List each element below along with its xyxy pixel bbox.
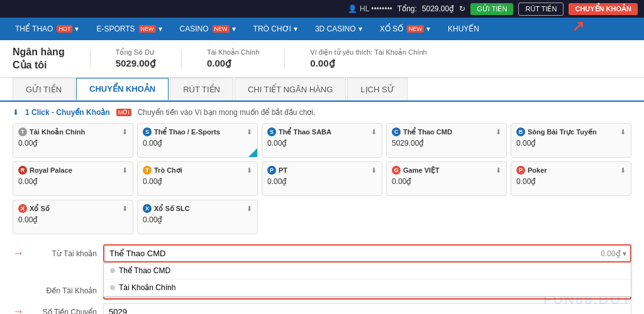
tai-khoan-chinh-value: 0.00₫ — [207, 58, 259, 69]
wallet-xo-so-amount: 0.00₫ — [18, 215, 128, 224]
dropdown-item-tai-khoan[interactable]: Tài Khoản Chính — [104, 279, 631, 296]
wallet-tai-khoan-chinh[interactable]: T Tài Khoản Chính ⬇ 0.00₫ — [13, 123, 133, 158]
wallet-royal-palace[interactable]: R Royal Palace ⬇ 0.00₫ — [13, 161, 133, 196]
nav-item-the-thao[interactable]: THỂ THAO HOT ▾ — [6, 19, 87, 38]
chevron-down-icon-2: ▾ — [158, 24, 162, 33]
wallet-xo-so-title: X Xổ Số — [18, 204, 50, 213]
tabs-container: GỬI TIỀN CHUYỂN KHOẢN RÚT TIỀN CHI TIẾT … — [0, 78, 644, 102]
download-icon-9[interactable]: ⬇ — [496, 166, 501, 175]
tu-tai-khoan-wrapper: 0.00₫ ▾ Thể Thao CMD Tài Khoản Chính — [103, 244, 631, 263]
wallet-royal-palace-title: R Royal Palace — [18, 166, 72, 175]
rut-tien-button[interactable]: RÚT TIỀN — [518, 3, 564, 16]
tu-tai-khoan-suffix: 0.00₫ ▾ — [601, 249, 626, 258]
tu-tai-khoan-row: → Từ Tài khoản 0.00₫ ▾ Thể Thao CMD — [13, 244, 631, 263]
wallet-icon-xo-so-slc: X — [143, 204, 152, 213]
wallet-the-thao-esports-title: S Thể Thao / E-Sports — [143, 127, 220, 136]
wallet-icon-pt: P — [267, 166, 276, 175]
download-icon-12[interactable]: ⬇ — [247, 205, 252, 213]
nav-label-3d-casino: 3D CASINO — [315, 24, 356, 33]
wallet-poker-title: P Poker — [516, 166, 547, 175]
nav-label-xo-so: XỔ SỐ — [380, 24, 403, 33]
wallet-xo-so[interactable]: X Xổ Số ⬇ 0.00₫ — [13, 200, 133, 234]
wallet-icon-tro-choi: T — [143, 166, 152, 175]
nav-label-khuyen: KHUYẾN — [448, 24, 479, 33]
tab-lich-su[interactable]: LỊCH SỬ — [347, 78, 407, 100]
tai-khoan-chinh-label: Tài Khoản Chính — [207, 48, 259, 57]
tong-so-du-label: Tổng Số Dư — [116, 48, 156, 57]
wallet-xo-so-slc[interactable]: X Xổ Số SLC ⬇ 0.00₫ — [137, 200, 258, 234]
drop-dot-2 — [110, 285, 115, 290]
divider-3 — [284, 50, 285, 68]
account-summary: Ngân hàng Của tôi Tổng Số Dư 5029.00₫ Tà… — [0, 40, 644, 78]
tab-gui-tien-label: GỬI TIỀN — [26, 85, 62, 94]
drop-dot-1 — [110, 268, 115, 273]
wallet-tro-choi-title: T Trò Chơi — [143, 166, 182, 175]
dropdown-item-cmd[interactable]: Thể Thao CMD — [104, 263, 631, 279]
refresh-icon[interactable]: ↻ — [459, 4, 465, 13]
tab-rut-tien-label: RÚT TIỀN — [183, 85, 220, 94]
one-click-label[interactable]: 1 Click - Chuyển Khoản — [25, 108, 110, 117]
tu-tai-khoan-label: Từ Tài khoản — [28, 249, 97, 258]
dropdown-item-tai-khoan-label: Tài Khoản Chính — [119, 283, 175, 292]
wallet-song-bai[interactable]: B Sòng Bài Trực Tuyến ⬇ 0.00₫ — [511, 123, 631, 158]
tab-gui-tien[interactable]: GỬI TIỀN — [13, 78, 75, 100]
gui-tien-button[interactable]: GỬI TIỀN — [470, 3, 513, 15]
wallet-tai-khoan-chinh-title: T Tài Khoản Chính — [18, 127, 85, 136]
wallet-the-thao-cmd[interactable]: C Thể Thao CMD ⬇ 5029.00₫ — [386, 123, 507, 158]
nav-item-khuyen[interactable]: KHUYẾN — [439, 19, 488, 38]
balance-amount: 5029.00₫ — [422, 4, 454, 13]
tab-lich-su-label: LỊCH SỬ — [360, 85, 394, 94]
download-icon-4[interactable]: ⬇ — [496, 128, 501, 136]
download-icon: ⬇ — [13, 108, 19, 117]
nav-item-xo-so[interactable]: XỔ SỐ NEW ▾ — [371, 19, 439, 38]
download-icon-7[interactable]: ⬇ — [247, 166, 252, 175]
download-icon-1[interactable]: ⬇ — [122, 128, 128, 136]
account-title-text: Ngân hàng Của tôi — [13, 46, 65, 72]
account-title: Ngân hàng Của tôi — [13, 46, 65, 72]
download-icon-6[interactable]: ⬇ — [122, 166, 128, 175]
download-icon-3[interactable]: ⬇ — [371, 128, 377, 136]
nav-item-casino[interactable]: CASINO NEW ▾ — [171, 19, 245, 38]
vi-dien-tu-label: Ví điện tử yêu thích: Tài Khoản Chính — [310, 48, 426, 57]
tab-rut-tien[interactable]: RÚT TIỀN — [170, 78, 233, 100]
transfer-header: ⬇ 1 Click - Chuyển Khoản MỚI Chuyển tiền… — [13, 108, 631, 117]
wallet-tro-choi[interactable]: T Trò Chơi ⬇ 0.00₫ — [137, 161, 258, 196]
nav-label-esports: E-SPORTS — [96, 24, 135, 33]
wallet-the-thao-esports[interactable]: S Thể Thao / E-Sports ⬇ 0.00₫ — [137, 123, 258, 158]
wallet-pt[interactable]: P PT ⬇ 0.00₫ — [262, 161, 382, 196]
wallet-pt-amount: 0.00₫ — [267, 177, 377, 186]
nav-label-casino: CASINO — [180, 24, 209, 33]
nav-item-esports[interactable]: E-SPORTS NEW ▾ — [87, 19, 170, 38]
so-tien-label: Số Tiền Chuyển — [28, 308, 97, 315]
wallet-icon-xo-so: X — [18, 204, 27, 213]
download-icon-10[interactable]: ⬇ — [620, 166, 626, 175]
chevron-down-icon-6: ▾ — [426, 24, 430, 33]
tab-chi-tiet-ngan-hang[interactable]: CHI TIẾT NGÂN HÀNG — [235, 78, 346, 100]
tu-tai-khoan-input[interactable] — [103, 244, 631, 263]
download-icon-5[interactable]: ⬇ — [620, 128, 626, 136]
download-icon-11[interactable]: ⬇ — [122, 205, 128, 213]
wallet-game-viet[interactable]: G Game VIỆT ⬇ 0.00₫ — [386, 161, 507, 196]
wallet-xo-so-slc-amount: 0.00₫ — [143, 215, 252, 224]
wallet-the-thao-saba[interactable]: S Thể Thao SABA ⬇ 0.00₫ — [262, 123, 382, 158]
wallet-the-thao-cmd-amount: 5029.00₫ — [392, 139, 501, 148]
chuyen-khoan-button[interactable]: CHUYỂN KHOẢN — [569, 3, 638, 15]
wallet-icon-tai-khoan: T — [18, 127, 27, 136]
red-arrow-1: → — [13, 247, 24, 260]
nav-item-tro-choi[interactable]: TRÒ CHƠI ▾ — [245, 19, 306, 38]
wallet-pt-title: P PT — [267, 166, 287, 175]
wallet-icon-poker: P — [516, 166, 525, 175]
download-icon-2[interactable]: ⬇ — [247, 128, 252, 136]
tab-chuyen-khoan-label: CHUYỂN KHOẢN — [89, 84, 155, 94]
tong-so-du-value: 5029.00₫ — [116, 58, 156, 69]
nav-item-3d-casino[interactable]: 3D CASINO ▾ — [306, 19, 371, 38]
wallet-song-bai-title: B Sòng Bài Trực Tuyến — [516, 127, 597, 136]
wallet-the-thao-esports-amount: 0.00₫ — [143, 139, 252, 148]
download-icon-8[interactable]: ⬇ — [371, 166, 377, 175]
tab-chuyen-khoan[interactable]: CHUYỂN KHOẢN — [76, 78, 169, 100]
wallet-the-thao-cmd-title: C Thể Thao CMD — [392, 127, 452, 136]
tab-chi-tiet-label: CHI TIẾT NGÂN HÀNG — [248, 85, 333, 94]
wallet-poker[interactable]: P Poker ⬇ 0.00₫ — [511, 161, 631, 196]
chevron-down-icon-3: ▾ — [232, 24, 236, 33]
wallet-tro-choi-amount: 0.00₫ — [143, 177, 252, 186]
